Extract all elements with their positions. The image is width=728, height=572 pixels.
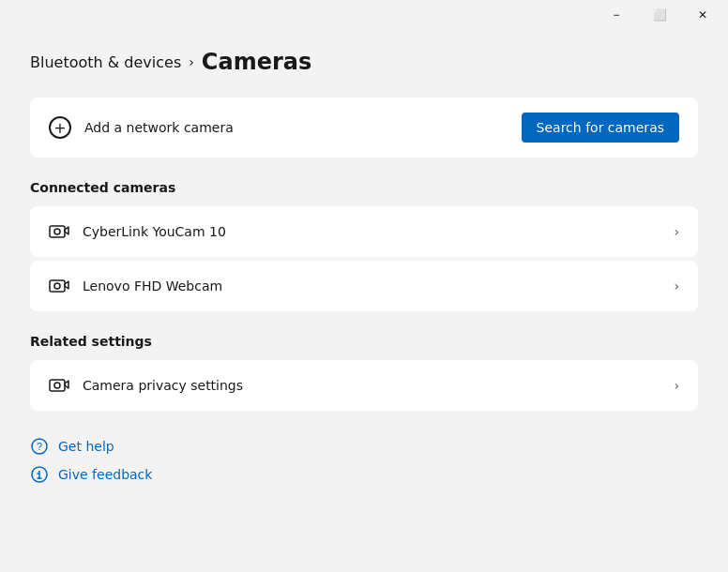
breadcrumb-parent[interactable]: Bluetooth & devices bbox=[30, 53, 181, 71]
camera-item-cyberlink[interactable]: CyberLink YouCam 10 › bbox=[30, 206, 698, 257]
maximize-button[interactable]: ⬜ bbox=[638, 0, 681, 30]
related-settings-list: Camera privacy settings › bbox=[30, 360, 698, 411]
main-content: Bluetooth & devices › Cameras + Add a ne… bbox=[0, 30, 728, 506]
camera-privacy-left: Camera privacy settings bbox=[49, 375, 243, 396]
title-bar: − ⬜ ✕ bbox=[0, 0, 728, 30]
svg-text:?: ? bbox=[37, 441, 42, 452]
camera-icon bbox=[49, 276, 69, 296]
breadcrumb-separator: › bbox=[189, 54, 194, 69]
chevron-right-icon: › bbox=[674, 378, 679, 393]
close-button[interactable]: ✕ bbox=[681, 0, 724, 30]
get-help-link[interactable]: ? Get help bbox=[30, 437, 698, 456]
get-help-icon: ? bbox=[30, 437, 49, 456]
chevron-right-icon: › bbox=[674, 278, 679, 294]
camera-name: Lenovo FHD Webcam bbox=[83, 278, 222, 294]
camera-privacy-settings-item[interactable]: Camera privacy settings › bbox=[30, 360, 698, 411]
svg-point-1 bbox=[54, 229, 60, 234]
minimize-button[interactable]: − bbox=[595, 0, 638, 30]
related-settings-title: Related settings bbox=[30, 334, 698, 349]
camera-item-left: CyberLink YouCam 10 bbox=[49, 221, 226, 242]
svg-rect-4 bbox=[50, 380, 65, 391]
related-settings-section: Related settings Camera privacy settings… bbox=[30, 334, 698, 411]
give-feedback-icon bbox=[30, 465, 49, 484]
camera-list: CyberLink YouCam 10 › Lenovo FHD Webcam bbox=[30, 206, 698, 311]
svg-point-9 bbox=[38, 471, 40, 473]
add-circle-icon: + bbox=[49, 116, 71, 139]
camera-name: CyberLink YouCam 10 bbox=[83, 224, 226, 239]
get-help-text: Get help bbox=[58, 439, 114, 454]
chevron-right-icon: › bbox=[674, 224, 679, 239]
add-camera-card: + Add a network camera Search for camera… bbox=[30, 98, 698, 158]
breadcrumb-current: Cameras bbox=[202, 49, 311, 75]
connected-cameras-title: Connected cameras bbox=[30, 180, 698, 195]
help-links: ? Get help Give feedback bbox=[30, 437, 698, 484]
add-camera-label: Add a network camera bbox=[84, 120, 234, 135]
camera-item-lenovo[interactable]: Lenovo FHD Webcam › bbox=[30, 261, 698, 311]
svg-rect-0 bbox=[50, 226, 65, 237]
search-cameras-button[interactable]: Search for cameras bbox=[522, 113, 679, 143]
svg-point-3 bbox=[54, 283, 60, 289]
give-feedback-link[interactable]: Give feedback bbox=[30, 465, 698, 484]
camera-privacy-name: Camera privacy settings bbox=[83, 378, 243, 393]
camera-item-left: Lenovo FHD Webcam bbox=[49, 276, 222, 296]
svg-rect-2 bbox=[50, 280, 65, 292]
camera-icon bbox=[49, 221, 69, 242]
breadcrumb: Bluetooth & devices › Cameras bbox=[30, 49, 698, 75]
give-feedback-text: Give feedback bbox=[58, 467, 152, 482]
add-camera-left: + Add a network camera bbox=[49, 116, 234, 139]
camera-privacy-icon bbox=[49, 375, 69, 396]
svg-point-5 bbox=[54, 383, 60, 388]
connected-cameras-section: Connected cameras CyberLink YouCam 10 › bbox=[30, 180, 698, 311]
